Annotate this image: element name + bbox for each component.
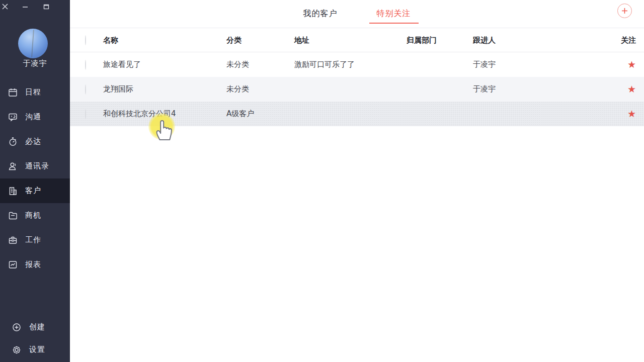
cell-follower: 于凌宇 [473, 60, 579, 69]
plus-icon [621, 8, 628, 14]
cell-category: 未分类 [226, 60, 294, 69]
sidebar-item-label: 客户 [25, 186, 41, 196]
cell-address: 激励可口可乐了了 [294, 60, 407, 69]
column-header-name: 名称 [103, 36, 226, 45]
folder-icon [8, 211, 18, 221]
sidebar-item-bida[interactable]: 必达 [0, 129, 70, 154]
column-header-follower: 跟进人 [473, 36, 579, 45]
cell-name: 和创科技北京分公司4 [103, 109, 226, 119]
row-checkbox[interactable] [85, 109, 86, 119]
sidebar-item-communication[interactable]: 沟通 [0, 105, 70, 129]
sidebar-item-label: 工作 [25, 235, 41, 245]
row-checkbox[interactable] [85, 84, 86, 95]
cell-name: 龙翔国际 [103, 84, 226, 94]
sidebar-nav: 日程 沟通 必达 通讯录 [0, 80, 70, 277]
chat-icon [8, 112, 18, 122]
chart-icon [8, 260, 18, 270]
settings-label: 设置 [29, 345, 45, 354]
sidebar-item-schedule[interactable]: 日程 [0, 80, 70, 105]
circle-plus-icon [12, 323, 21, 332]
sidebar-item-reports[interactable]: 报表 [0, 252, 70, 277]
sidebar-footer: 创建 设置 [0, 316, 70, 361]
building-icon [8, 186, 18, 196]
table-header: 名称 分类 地址 归属部门 跟进人 关注 [70, 29, 644, 52]
sidebar: 于凌宇 日程 沟通 必达 [0, 0, 70, 362]
gear-icon [12, 345, 21, 354]
row-checkbox[interactable] [85, 60, 86, 70]
minimize-icon[interactable] [22, 3, 29, 10]
sidebar-item-opportunities[interactable]: 商机 [0, 203, 70, 228]
tab-special-focus[interactable]: 特别关注 [369, 5, 419, 24]
sidebar-item-work[interactable]: 工作 [0, 228, 70, 252]
column-header-address: 地址 [294, 36, 407, 45]
settings-button[interactable]: 设置 [0, 338, 70, 361]
username: 于凌宇 [0, 59, 70, 68]
create-label: 创建 [29, 322, 45, 332]
sidebar-item-contacts[interactable]: 通讯录 [0, 154, 70, 178]
stopwatch-icon [8, 137, 18, 147]
star-icon[interactable]: ★ [627, 109, 636, 119]
star-icon[interactable]: ★ [627, 84, 636, 94]
app-window: 于凌宇 日程 沟通 必达 [0, 0, 644, 362]
briefcase-icon [8, 235, 18, 245]
customer-list: 旅途看见了 未分类 激励可口可乐了了 于凌宇 ★ 龙翔国际 未分类 于凌宇 ★ … [70, 52, 644, 126]
maximize-icon[interactable] [43, 3, 50, 10]
select-all-checkbox[interactable] [85, 35, 86, 45]
star-icon[interactable]: ★ [627, 60, 636, 69]
sidebar-item-label: 通讯录 [25, 161, 49, 171]
sidebar-item-label: 报表 [25, 260, 41, 269]
create-button[interactable]: 创建 [0, 316, 70, 338]
window-controls [0, 2, 70, 11]
contacts-icon [8, 161, 18, 171]
tab-my-customers[interactable]: 我的客户 [296, 5, 345, 24]
column-header-department: 归属部门 [407, 36, 473, 45]
cell-category: 未分类 [226, 84, 294, 94]
calendar-icon [8, 87, 18, 98]
add-customer-button[interactable] [617, 4, 632, 18]
tab-bar: 我的客户 特别关注 [70, 0, 644, 28]
cell-category: A级客户 [226, 109, 294, 119]
column-header-focus: 关注 [579, 36, 644, 45]
column-header-category: 分类 [226, 36, 294, 45]
close-icon[interactable] [2, 3, 9, 10]
avatar[interactable] [18, 29, 48, 58]
table-row[interactable]: 和创科技北京分公司4 A级客户 ★ [70, 102, 644, 126]
sidebar-item-label: 日程 [25, 87, 41, 97]
cell-name: 旅途看见了 [103, 60, 226, 69]
sidebar-item-label: 沟通 [25, 112, 41, 122]
sidebar-item-label: 商机 [25, 211, 41, 220]
table-row[interactable]: 龙翔国际 未分类 于凌宇 ★ [70, 77, 644, 102]
table-row[interactable]: 旅途看见了 未分类 激励可口可乐了了 于凌宇 ★ [70, 52, 644, 77]
sidebar-item-label: 必达 [25, 137, 41, 146]
cell-follower: 于凌宇 [473, 84, 579, 94]
sidebar-item-customers[interactable]: 客户 [0, 178, 70, 203]
